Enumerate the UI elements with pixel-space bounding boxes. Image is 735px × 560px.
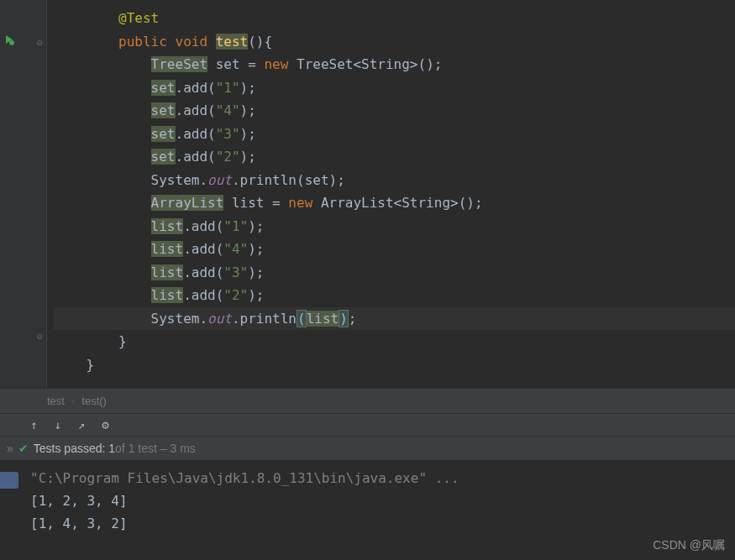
code-line[interactable]: } bbox=[54, 330, 735, 353]
code-line[interactable]: list.add("3"); bbox=[54, 261, 735, 285]
code-line[interactable]: set.add("4"); bbox=[54, 99, 735, 123]
code-line[interactable]: list.add("1"); bbox=[54, 215, 735, 238]
console-output[interactable]: "C:\Program Files\Java\jdk1.8.0_131\bin\… bbox=[0, 460, 735, 535]
code-line[interactable]: TreeSet set = new TreeSet<String>(); bbox=[54, 53, 735, 76]
code-line[interactable]: set.add("2"); bbox=[54, 145, 735, 169]
check-icon: ✔ bbox=[18, 442, 29, 455]
settings-icon[interactable]: ⚙ bbox=[102, 418, 108, 432]
tests-passed-label: Tests passed: 1 bbox=[34, 442, 115, 455]
watermark: CSDN @风嘱 bbox=[653, 538, 725, 553]
code-line[interactable]: list.add("2"); bbox=[54, 284, 735, 307]
code-line[interactable]: set.add("1"); bbox=[54, 76, 735, 100]
code-line[interactable]: System.out.println(set); bbox=[54, 169, 735, 192]
console-line: "C:\Program Files\Java\jdk1.8.0_131\bin\… bbox=[30, 467, 735, 489]
run-test-icon[interactable] bbox=[3, 34, 15, 49]
code-editor[interactable]: @Test public void test(){ TreeSet set = … bbox=[47, 0, 735, 388]
breadcrumb-item[interactable]: test() bbox=[81, 395, 107, 407]
code-line[interactable]: System.out.println(list); bbox=[54, 307, 735, 331]
side-tab[interactable] bbox=[0, 472, 18, 489]
expand-icon[interactable]: ↓ bbox=[54, 418, 60, 432]
breadcrumb-separator-icon: › bbox=[71, 395, 75, 407]
collapse-icon[interactable]: ↑ bbox=[30, 418, 37, 432]
code-line[interactable]: } bbox=[54, 353, 735, 377]
test-status-bar: » ✔ Tests passed: 1 of 1 test – 3 ms bbox=[0, 437, 735, 460]
code-line[interactable]: set.add("3"); bbox=[54, 123, 735, 146]
chevron-icon[interactable]: » bbox=[7, 442, 13, 455]
run-toolbar: ↑ ↓ ↗ ⚙ bbox=[0, 413, 735, 437]
code-line[interactable]: public void test(){ bbox=[54, 30, 735, 54]
editor-gutter: ⊖ ⊖ bbox=[0, 0, 47, 388]
code-line[interactable]: @Test bbox=[54, 7, 735, 30]
breadcrumb: test › test() bbox=[0, 388, 735, 413]
fold-icon[interactable]: ⊖ bbox=[37, 37, 43, 49]
console-line: [1, 2, 3, 4] bbox=[30, 489, 735, 512]
svg-point-0 bbox=[9, 40, 14, 45]
tests-count-label: of 1 test – 3 ms bbox=[115, 442, 196, 455]
breadcrumb-item[interactable]: test bbox=[47, 395, 65, 407]
code-line[interactable]: list.add("4"); bbox=[54, 238, 735, 261]
export-icon[interactable]: ↗ bbox=[78, 418, 85, 432]
code-line[interactable]: ArrayList list = new ArrayList<String>()… bbox=[54, 191, 735, 215]
fold-icon[interactable]: ⊖ bbox=[37, 331, 43, 343]
editor-area: ⊖ ⊖ @Test public void test(){ TreeSet se… bbox=[0, 0, 735, 388]
console-line: [1, 4, 3, 2] bbox=[30, 512, 735, 535]
